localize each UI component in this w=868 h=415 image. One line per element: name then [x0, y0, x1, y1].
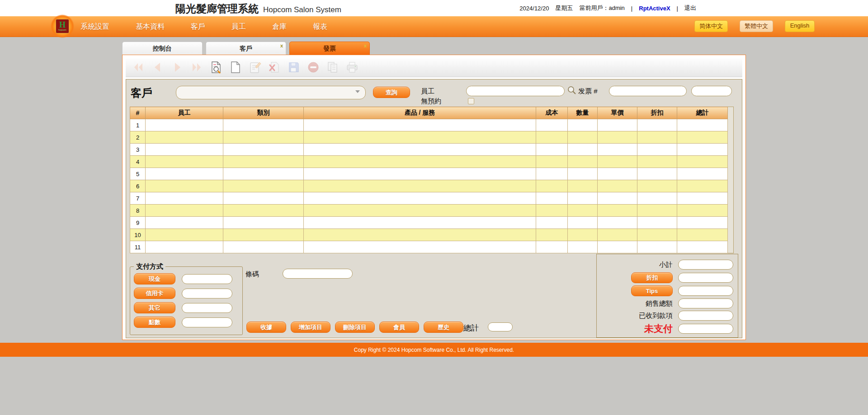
cell[interactable]: [223, 205, 304, 217]
previous-record-icon[interactable]: [151, 60, 165, 75]
cell[interactable]: [677, 217, 728, 229]
cell[interactable]: [637, 168, 677, 180]
cell[interactable]: [304, 144, 536, 156]
other-amount-input[interactable]: [182, 303, 232, 313]
tab-console[interactable]: 控制台: [122, 42, 203, 55]
cell[interactable]: [304, 241, 536, 253]
cell[interactable]: [677, 156, 728, 168]
save-icon[interactable]: [287, 60, 301, 75]
cell[interactable]: [223, 180, 304, 192]
cell[interactable]: [304, 168, 536, 180]
cell[interactable]: [304, 229, 536, 241]
cell[interactable]: [536, 156, 568, 168]
cell[interactable]: [223, 229, 304, 241]
grand-total-input[interactable]: [488, 322, 513, 331]
cell[interactable]: [637, 131, 677, 144]
cell[interactable]: [304, 205, 536, 217]
cell[interactable]: [146, 119, 223, 131]
cell[interactable]: [146, 192, 223, 205]
nav-item-warehouse[interactable]: 倉庫: [272, 22, 287, 32]
cell[interactable]: [304, 192, 536, 205]
cell[interactable]: [598, 205, 637, 217]
cell[interactable]: [536, 241, 568, 253]
cell[interactable]: [598, 229, 637, 241]
lang-traditional-button[interactable]: 繁體中文: [740, 20, 773, 32]
cell[interactable]: [637, 192, 677, 205]
credit-card-amount-input[interactable]: [182, 289, 232, 298]
cell[interactable]: [598, 168, 637, 180]
rptactivex-link[interactable]: RptActiveX: [639, 5, 670, 12]
cell[interactable]: [568, 229, 598, 241]
nav-item-basic-data[interactable]: 基本資料: [136, 22, 165, 32]
cell[interactable]: [677, 229, 728, 241]
copy-icon[interactable]: [326, 60, 340, 75]
cell[interactable]: [223, 144, 304, 156]
cell[interactable]: [223, 131, 304, 144]
subtotal-input[interactable]: [678, 260, 733, 270]
hopcom-logo[interactable]: H hopcom: [51, 14, 74, 38]
tips-button[interactable]: Tips: [631, 285, 673, 296]
cell[interactable]: [146, 229, 223, 241]
cell[interactable]: [146, 180, 223, 192]
cell[interactable]: [637, 229, 677, 241]
add-item-button[interactable]: 增加項目: [291, 322, 330, 333]
points-amount-input[interactable]: [182, 317, 232, 327]
print-icon[interactable]: [345, 60, 359, 75]
cell[interactable]: [637, 241, 677, 253]
cell[interactable]: [637, 217, 677, 229]
cell[interactable]: [568, 241, 598, 253]
cell[interactable]: [536, 144, 568, 156]
cell[interactable]: [146, 205, 223, 217]
cell[interactable]: [536, 217, 568, 229]
cell[interactable]: [536, 192, 568, 205]
cell[interactable]: [598, 217, 637, 229]
grid-scrollbar[interactable]: [728, 107, 734, 253]
cell[interactable]: [677, 205, 728, 217]
cell[interactable]: [223, 241, 304, 253]
cell[interactable]: [677, 241, 728, 253]
cell[interactable]: [304, 119, 536, 131]
cell[interactable]: [536, 131, 568, 144]
cell[interactable]: [598, 241, 637, 253]
cell[interactable]: [568, 205, 598, 217]
cell[interactable]: [536, 180, 568, 192]
cell[interactable]: [568, 131, 598, 144]
cell[interactable]: [677, 180, 728, 192]
cell[interactable]: [536, 205, 568, 217]
lang-simplified-button[interactable]: 简体中文: [694, 20, 728, 32]
delete-item-button[interactable]: 刪除項目: [335, 322, 375, 333]
cell[interactable]: [598, 180, 637, 192]
cell[interactable]: [304, 180, 536, 192]
cell[interactable]: [536, 119, 568, 131]
cell[interactable]: [598, 119, 637, 131]
close-icon[interactable]: x: [280, 43, 283, 48]
received-input[interactable]: [678, 311, 733, 321]
cash-amount-input[interactable]: [182, 274, 232, 284]
search-button[interactable]: 查詢: [373, 87, 410, 98]
receipt-button[interactable]: 收據: [246, 322, 286, 333]
invoice-number-input[interactable]: [609, 86, 687, 96]
cell[interactable]: [598, 131, 637, 144]
cell[interactable]: [598, 192, 637, 205]
cell[interactable]: [146, 168, 223, 180]
cell[interactable]: [223, 192, 304, 205]
cell[interactable]: [677, 192, 728, 205]
nav-item-reports[interactable]: 報表: [313, 22, 327, 32]
staff-input[interactable]: [466, 86, 565, 96]
tab-customer[interactable]: 客戶 x: [206, 42, 286, 55]
history-button[interactable]: 歷史: [424, 322, 463, 333]
cell[interactable]: [677, 168, 728, 180]
member-button[interactable]: 會員: [379, 322, 419, 333]
preview-document-icon[interactable]: [209, 60, 223, 75]
barcode-input[interactable]: [283, 269, 353, 279]
cell[interactable]: [146, 241, 223, 253]
cell[interactable]: [568, 119, 598, 131]
nav-item-staff[interactable]: 員工: [231, 22, 246, 32]
cash-button[interactable]: 現金: [134, 273, 175, 284]
cell[interactable]: [677, 144, 728, 156]
edit-document-icon[interactable]: [248, 60, 262, 75]
cell[interactable]: [598, 156, 637, 168]
lang-english-button[interactable]: English: [785, 20, 815, 32]
first-record-icon[interactable]: [131, 60, 146, 75]
cell[interactable]: [536, 229, 568, 241]
